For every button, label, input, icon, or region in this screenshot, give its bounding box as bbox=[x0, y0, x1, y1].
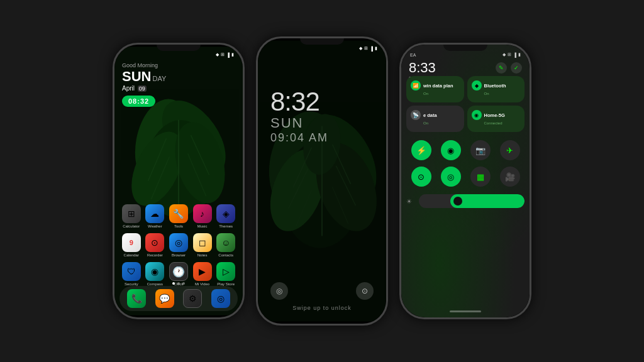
contacts-label: Contacts bbox=[218, 253, 233, 257]
app-recorder[interactable]: ⊙ Recorder bbox=[143, 233, 166, 257]
ctrl-data-plan-icon: 📶 bbox=[411, 80, 421, 90]
dock: 📞 💬 ⚙ ◎ bbox=[119, 286, 238, 311]
themes-icon: ◈ bbox=[216, 204, 235, 223]
ctrl-bluetooth-title: Bluetooth bbox=[484, 83, 506, 89]
ctrl-bluetooth-tile-icon: ◆ bbox=[472, 80, 482, 90]
playstore-icon: ▷ bbox=[216, 262, 235, 281]
calculator-icon: ⊞ bbox=[122, 204, 141, 223]
wifi-icon: ⊞ bbox=[221, 52, 225, 57]
phone-home: ◆ ⊞ ▐ ▮ Good Morning SUN DAY April 09 08… bbox=[113, 43, 245, 319]
ctrl-data-plan-sub: On bbox=[411, 92, 460, 96]
ctrl-home5g-title: Home-5G bbox=[484, 112, 505, 118]
ctrl-tile-row-2: 📡 e data On ◉ Home-5G Connected bbox=[406, 106, 525, 132]
lock-camera-btn[interactable]: ◎ bbox=[270, 282, 288, 300]
contacts-icon: ☺ bbox=[216, 233, 235, 252]
recorder-label: Recorder bbox=[147, 253, 163, 257]
compass-icon: ◉ bbox=[145, 262, 164, 281]
video-icon: ▶ bbox=[193, 262, 212, 281]
ctrl-status-bar: EA ◆ ⊞ ▐ ▮ bbox=[401, 52, 530, 57]
ctrl-toggle-record[interactable]: 🎥 bbox=[500, 167, 520, 187]
browser-label: Browser bbox=[172, 253, 186, 257]
ctrl-toggle-flash[interactable]: ⚡ bbox=[411, 140, 431, 160]
lock-time-area: 8:32 SUN 09:04 AM bbox=[270, 89, 328, 145]
home-screen: ◆ ⊞ ▐ ▮ Good Morning SUN DAY April 09 08… bbox=[114, 45, 243, 317]
date-display: SUN DAY bbox=[122, 70, 235, 84]
app-contacts[interactable]: ☺ Contacts bbox=[214, 233, 237, 257]
security-icon: 🛡 bbox=[122, 262, 141, 281]
ctrl-tile-data-top: 📶 win data plan bbox=[411, 80, 460, 90]
ctrl-home5g-sub: Connected bbox=[472, 121, 521, 125]
app-tools[interactable]: 🔧 Tools bbox=[167, 204, 190, 228]
lock-leaf-background bbox=[258, 38, 386, 324]
dock-phone[interactable]: 📞 bbox=[125, 289, 148, 308]
dock-phone-icon: 📞 bbox=[127, 289, 146, 308]
brightness-slider-track[interactable] bbox=[419, 194, 525, 208]
ctrl-home5g-icon: ◉ bbox=[472, 110, 482, 120]
ctrl-toggles-row1: ⚡ ◉ 📷 ✈ bbox=[406, 140, 525, 160]
bluetooth-icon: ◆ bbox=[216, 52, 219, 57]
ctrl-battery-icon: ▮ bbox=[518, 52, 521, 57]
ctrl-toggle-nfc[interactable]: ▦ bbox=[470, 167, 491, 187]
ctrl-edit-icon[interactable]: ✎ bbox=[496, 62, 507, 74]
weather-icon: ☁ bbox=[145, 204, 164, 223]
lock-status-bar: ◆ ⊞ ▐ ▮ bbox=[258, 46, 386, 51]
app-calculator[interactable]: ⊞ Calculator bbox=[120, 204, 143, 228]
dock-settings[interactable]: ⚙ bbox=[181, 289, 204, 308]
ctrl-tile-data-plan[interactable]: 📶 win data plan On bbox=[406, 76, 464, 102]
brightness-slider-fill bbox=[450, 194, 525, 208]
dock-messages-icon: 💬 bbox=[155, 289, 174, 308]
ctrl-toggle-dnd[interactable]: ⊙ bbox=[411, 167, 431, 187]
ctrl-toggle-airplane[interactable]: ✈ bbox=[500, 140, 520, 160]
ctrl-status-icons: ◆ ⊞ ▐ ▮ bbox=[502, 52, 521, 57]
dock-messages[interactable]: 💬 bbox=[153, 289, 176, 308]
lock-time-ampm: 09:04 AM bbox=[270, 131, 328, 145]
music-icon: ♪ bbox=[193, 204, 212, 223]
calculator-label: Calculator bbox=[123, 224, 140, 228]
dot-3 bbox=[182, 282, 185, 285]
lock-torch-btn[interactable]: ⊙ bbox=[356, 282, 374, 300]
notes-icon: ◻ bbox=[193, 233, 212, 252]
lock-signal-icon: ▐ bbox=[370, 47, 373, 51]
app-row-1: ⊞ Calculator ☁ Weather 🔧 Tools ♪ Music ◈ bbox=[119, 204, 238, 228]
calendar-icon: 9 bbox=[122, 233, 141, 252]
ctrl-signal-icon: ▐ bbox=[513, 53, 516, 57]
ctrl-data-plan-title: win data plan bbox=[423, 83, 453, 89]
brightness-low-icon: ☀ bbox=[406, 198, 415, 205]
dock-settings-icon: ⚙ bbox=[183, 289, 202, 308]
app-weather[interactable]: ☁ Weather bbox=[143, 204, 166, 228]
ctrl-tile-bluetooth[interactable]: ◆ Bluetooth On bbox=[467, 76, 525, 102]
app-grid: ⊞ Calculator ☁ Weather 🔧 Tools ♪ Music ◈ bbox=[119, 204, 238, 286]
ctrl-tile-home5g[interactable]: ◉ Home-5G Connected bbox=[467, 106, 525, 132]
ctrl-toggle-location[interactable]: ◉ bbox=[441, 140, 461, 160]
time-widget[interactable]: 08:32 bbox=[122, 96, 155, 107]
lock-bluetooth-icon: ◆ bbox=[359, 46, 362, 51]
app-calendar[interactable]: 9 Calendar bbox=[120, 233, 143, 257]
app-themes[interactable]: ◈ Themes bbox=[214, 204, 237, 228]
ctrl-tile-edata-top: 📡 e data bbox=[411, 110, 460, 120]
ctrl-toggle-camera[interactable]: 📷 bbox=[470, 140, 491, 160]
brightness-slider-dot bbox=[453, 197, 462, 206]
ctrl-toggle-gps[interactable]: ◎ bbox=[441, 167, 461, 187]
ctrl-tile-edata[interactable]: 📡 e data On bbox=[406, 106, 464, 132]
ctrl-top-icons: ✎ ✓ bbox=[496, 62, 522, 74]
day-suffix: DAY bbox=[152, 75, 166, 82]
ctrl-bluetooth-icon: ◆ bbox=[502, 52, 506, 57]
ctrl-tile-bt-top: ◆ Bluetooth bbox=[472, 80, 521, 90]
phone-lock: ◆ ⊞ ▐ ▮ 8:32 SUN 09:04 AM ◎ ⊙ Swipe up t… bbox=[256, 36, 388, 326]
ctrl-time: 8:33 bbox=[409, 60, 440, 76]
greeting-text: Good Morning bbox=[122, 62, 235, 69]
ctrl-tiles: 📶 win data plan On ◆ Bluetooth On bbox=[406, 76, 525, 135]
dot-1 bbox=[172, 282, 175, 285]
dock-browser[interactable]: ◎ bbox=[209, 289, 232, 308]
ctrl-tile-row-1: 📶 win data plan On ◆ Bluetooth On bbox=[406, 76, 525, 102]
app-notes[interactable]: ◻ Notes bbox=[191, 233, 214, 257]
app-browser[interactable]: ◎ Browser bbox=[167, 233, 190, 257]
tools-icon: 🔧 bbox=[169, 204, 188, 223]
page-dots bbox=[114, 282, 243, 285]
weather-label: Weather bbox=[148, 224, 162, 228]
phone-control: EA ◆ ⊞ ▐ ▮ 8:33 Sunday, April 09 ✎ ✓ bbox=[399, 43, 531, 319]
app-music[interactable]: ♪ Music bbox=[191, 204, 214, 228]
ctrl-settings-icon[interactable]: ✓ bbox=[511, 62, 522, 74]
home-status-bar: ◆ ⊞ ▐ ▮ bbox=[114, 52, 243, 57]
ctrl-edata-title: e data bbox=[423, 112, 437, 118]
